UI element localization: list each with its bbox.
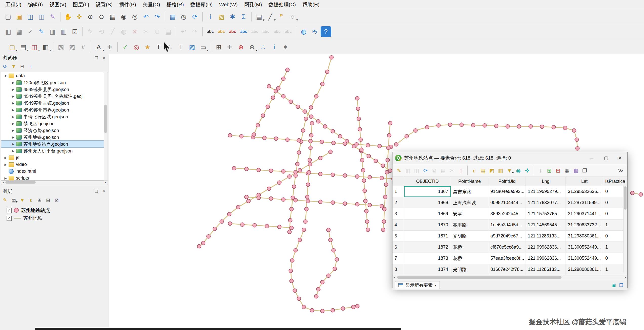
settings-wrench-icon[interactable]: ✶ [280, 42, 291, 52]
delete-selected-icon[interactable]: ✕ [130, 26, 140, 37]
maximize-window-button[interactable]: ▢ [599, 152, 613, 164]
menu-item-8[interactable]: 数据库(D) [187, 0, 216, 9]
zoom-next-icon[interactable]: ↷ [152, 11, 162, 22]
reload-table-icon[interactable]: ⟳ [421, 166, 430, 175]
scroll-left-arrow-icon[interactable] [392, 275, 396, 279]
browser-properties-icon[interactable]: i [27, 62, 35, 70]
cell[interactable]: 花桥 [451, 242, 488, 253]
tree-item[interactable]: ▶4549苏州县界.geojson [1, 86, 108, 93]
cell[interactable]: 兆丰路 [451, 219, 488, 230]
menu-item-11[interactable]: 数据处理(C) [265, 0, 299, 9]
current-edits-icon[interactable]: ✎ [85, 26, 96, 37]
processing-toolbox-icon[interactable]: ✱ [227, 11, 238, 22]
browser-close-icon[interactable] [102, 56, 106, 60]
column-header-5[interactable]: IsPractica [603, 177, 627, 186]
filter-legend-icon[interactable]: ▼ [18, 196, 26, 204]
select-by-form-icon[interactable]: ◧▾ [40, 42, 51, 52]
identify-features-icon[interactable]: i [205, 11, 216, 22]
vertex-tool-icon[interactable]: ◧ [3, 26, 13, 37]
cut-selected-icon[interactable]: ✂ [448, 166, 456, 175]
scrollbar-thumb[interactable] [104, 105, 107, 133]
move-selection-top-icon[interactable]: ↑ [536, 166, 545, 175]
scrollbar-thumb[interactable] [397, 276, 562, 279]
cell[interactable]: 1870 [404, 219, 451, 230]
simplify-feature-icon[interactable]: ╱ [107, 26, 118, 37]
layers-close-icon[interactable] [102, 189, 106, 194]
cell[interactable]: 81667e242f78... [488, 264, 526, 275]
cell[interactable]: 121.14569545... [526, 219, 566, 230]
invert-selection-icon[interactable]: ◩ [488, 166, 496, 175]
tree-item[interactable]: index.html [1, 168, 108, 175]
delete-selected-icon[interactable]: ▯ [457, 166, 465, 175]
zoom-to-layer-icon[interactable]: ◎ [130, 11, 140, 22]
pan-to-selection-icon[interactable]: ✜ [74, 11, 85, 22]
cell[interactable]: 3893e242b45... [488, 208, 526, 219]
cell[interactable]: 121.11286133... [526, 231, 566, 241]
python-console-icon[interactable]: Py [309, 26, 320, 37]
tree-collapsed-arrow-icon[interactable]: ▶ [11, 88, 15, 91]
tree-item[interactable]: ▶申请飞行区域.geojson [1, 113, 108, 120]
tree-collapsed-arrow-icon[interactable]: ▶ [11, 122, 15, 125]
layer-item[interactable]: ✓苏州地铁站点 [1, 206, 108, 214]
toolbar-overflow-icon[interactable]: ≫ [617, 166, 625, 175]
cell[interactable]: 00982104444... [488, 197, 526, 208]
cell[interactable]: 昌吉东路 [451, 186, 488, 197]
scroll-right-arrow-icon[interactable] [624, 275, 627, 279]
cell[interactable]: a9d72049e67... [488, 231, 526, 241]
tree-item[interactable]: ▶经济态势.geojson [1, 127, 108, 134]
temporal-controller-icon[interactable]: ◷ [178, 11, 189, 22]
zoom-full-icon[interactable]: ▦ [107, 11, 118, 22]
tree-item[interactable]: ▶禁飞区.geojson [1, 120, 108, 127]
tree-collapsed-arrow-icon[interactable]: ▶ [11, 149, 15, 153]
cell[interactable]: 1868 [404, 197, 451, 208]
cell[interactable]: 1871 [404, 231, 451, 241]
tree-item[interactable]: ▶苏州地铁.geojson [1, 134, 108, 141]
cell[interactable]: 花桥 [451, 253, 488, 264]
tree-item[interactable]: ▶120m限飞区.geojson [1, 79, 108, 86]
row-number-cell[interactable]: 3 [392, 208, 404, 219]
manage-map-themes-icon[interactable]: ▦▾ [10, 196, 17, 204]
georeferencer-icon[interactable]: # [78, 42, 89, 52]
menu-item-5[interactable]: 插件(P) [116, 0, 139, 9]
row-number-cell[interactable]: 6 [392, 242, 404, 253]
tree-expanded-arrow-icon[interactable]: ▼ [3, 74, 8, 78]
map-tips-icon[interactable]: ❞ [276, 11, 287, 22]
row-number-cell[interactable]: 7 [392, 253, 404, 264]
cell[interactable]: 31.290833732... [566, 219, 603, 230]
cell[interactable]: 1872 [404, 242, 451, 253]
scroll-right-arrow-icon[interactable] [104, 181, 108, 184]
menu-item-9[interactable]: Web(W) [216, 0, 241, 9]
multiedit-tool-icon[interactable]: ▥ [58, 26, 69, 37]
add-circle-icon[interactable]: ⊕ [236, 42, 246, 52]
remove-layer-icon[interactable]: ⊠ [53, 196, 60, 204]
browser-dock-icon[interactable] [94, 56, 99, 60]
layer-labeling-icon[interactable]: abc [205, 26, 216, 37]
annotation-marker-icon[interactable]: ◎ [131, 42, 142, 52]
measure-icon[interactable]: ╱▾ [265, 11, 276, 22]
tree-collapsed-arrow-icon[interactable]: ▶ [3, 156, 8, 160]
cell[interactable]: 安亭 [451, 208, 488, 219]
tree-item[interactable]: ▶4549苏州古镇.geojson [1, 100, 108, 106]
open-layer-styling-icon[interactable]: ✎ [1, 196, 9, 204]
cell[interactable]: 121.19595279... [526, 186, 566, 197]
add-ring-icon[interactable]: ◍ [118, 26, 129, 37]
label-properties-icon[interactable]: abc [283, 26, 294, 37]
advanced-digitizing-icon[interactable]: ✓ [25, 26, 36, 37]
new-field-icon[interactable]: ⊞ [545, 166, 553, 175]
delete-field-icon[interactable]: ⊟ [554, 166, 562, 175]
copy-selected-icon[interactable]: ⧉ [430, 166, 439, 175]
save-project-as-icon[interactable]: ◫ [36, 11, 47, 22]
pin-labels-icon[interactable]: ⊞ [213, 42, 224, 52]
cell[interactable]: 光明路 [451, 231, 488, 241]
row-number-cell[interactable]: 1 [392, 186, 404, 197]
zoom-out-icon[interactable]: ⊖ [96, 11, 107, 22]
cell[interactable]: 31.298080361... [566, 231, 603, 241]
tree-collapsed-arrow-icon[interactable]: ▶ [11, 142, 15, 146]
cell[interactable]: 57eae3fceec0f... [488, 253, 526, 264]
scroll-left-arrow-icon[interactable] [1, 181, 5, 184]
layer-diagram-icon[interactable]: abc [216, 26, 227, 37]
layers-dock-icon[interactable] [94, 189, 99, 194]
open-project-icon[interactable]: ▣ [14, 11, 25, 22]
zoom-last-icon[interactable]: ↶ [141, 11, 151, 22]
copy-features-icon[interactable]: ⧉ [152, 26, 162, 37]
